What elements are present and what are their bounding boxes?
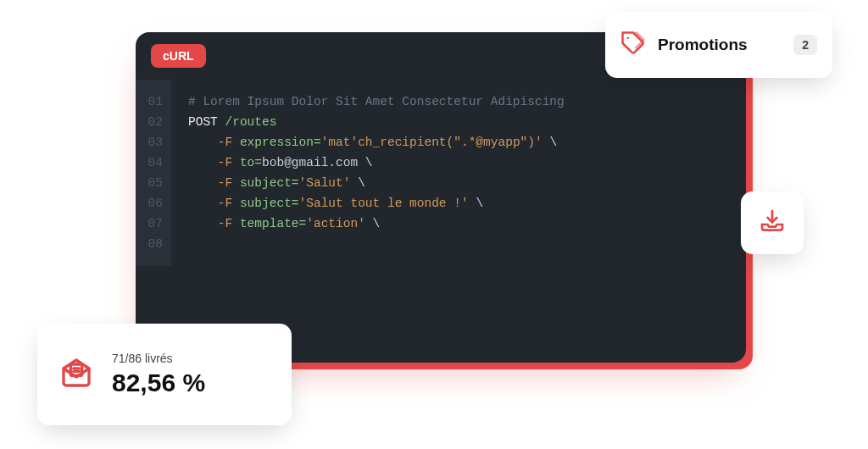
delivery-count-label: 71/86 livrés: [112, 352, 205, 365]
code-param: to=: [240, 156, 262, 169]
line-number: 07: [147, 213, 163, 234]
code-comment: # Lorem Ipsum Dolor Sit Amet Consectetur…: [188, 95, 565, 108]
code-continuation: \: [358, 156, 372, 169]
delivery-percentage: 82,56 %: [112, 369, 205, 397]
code-continuation: \: [365, 217, 380, 230]
code-continuation: \: [350, 176, 364, 190]
line-number: 03: [147, 132, 163, 152]
code-continuation: \: [542, 136, 557, 149]
code-value: 'Salut tout le monde !': [299, 197, 469, 210]
promotions-label: Promotions: [658, 36, 782, 54]
code-param: template=: [240, 217, 306, 230]
editor-body: 01 02 03 04 05 06 07 08 # Lorem Ipsum Do…: [136, 80, 746, 266]
code-param: subject=: [240, 197, 299, 210]
promotions-card[interactable]: Promotions 2: [605, 12, 832, 78]
promotions-count-badge: 2: [793, 35, 817, 55]
line-number: 06: [147, 193, 163, 213]
code-area[interactable]: # Lorem Ipsum Dolor Sit Amet Consectetur…: [171, 80, 581, 266]
line-number: 01: [147, 91, 163, 112]
code-param: subject=: [240, 176, 299, 190]
code-flag: -F: [218, 176, 232, 190]
line-number: 04: [147, 152, 163, 173]
code-flag: -F: [218, 156, 232, 169]
code-http-method: POST: [188, 115, 218, 129]
code-route-path: /routes: [225, 115, 277, 129]
download-tray-icon: [759, 208, 786, 238]
line-number: 02: [147, 112, 163, 132]
line-number-gutter: 01 02 03 04 05 06 07 08: [136, 80, 171, 266]
code-value: 'action': [306, 217, 365, 230]
code-editor-panel: cURL 01 02 03 04 05 06 07 08 # Lorem Ips…: [136, 32, 746, 363]
code-param: expression=: [240, 136, 321, 149]
language-tab-curl[interactable]: cURL: [151, 44, 206, 68]
line-number: 08: [147, 234, 163, 254]
code-flag: -F: [218, 217, 232, 230]
code-flag: -F: [218, 197, 232, 210]
code-value: 'Salut': [299, 176, 351, 190]
delivery-stats-card[interactable]: 71/86 livrés 82,56 %: [37, 324, 292, 425]
code-continuation: \: [469, 197, 483, 210]
tag-icon: [620, 30, 646, 59]
line-number: 05: [147, 173, 163, 193]
open-envelope-icon: [59, 356, 93, 393]
code-value: 'mat'ch_recipient(".*@myapp")': [321, 136, 542, 149]
download-chip[interactable]: [741, 191, 804, 254]
code-value: bob@gmail.com: [262, 156, 358, 169]
code-flag: -F: [218, 136, 232, 149]
stats-text: 71/86 livrés 82,56 %: [112, 352, 205, 397]
